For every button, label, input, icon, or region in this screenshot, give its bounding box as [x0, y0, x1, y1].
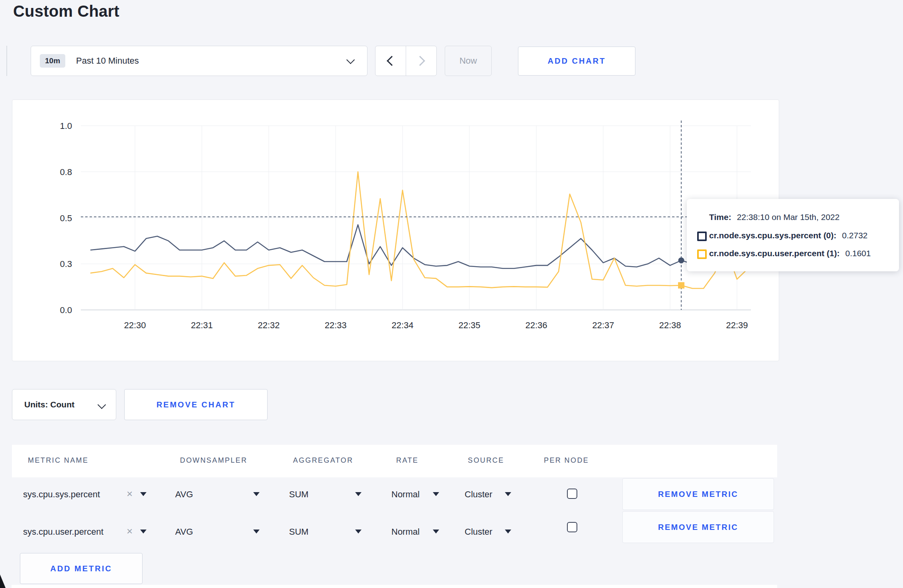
source-select[interactable]: Cluster: [465, 489, 493, 500]
add-chart-label: ADD CHART: [548, 56, 606, 66]
caret-down-icon[interactable]: [505, 530, 511, 533]
remove-metric-button[interactable]: REMOVE METRIC: [622, 511, 774, 543]
now-button-label: Now: [459, 56, 477, 66]
y-tick-label: 0.8: [60, 167, 72, 177]
user-series-swatch-icon: [697, 249, 707, 259]
x-tick-label: 22:30: [124, 320, 146, 330]
tooltip-time-row: Time:22:38:10 on Mar 15th, 2022: [709, 212, 840, 222]
next-time-button[interactable]: [406, 46, 436, 76]
caret-down-icon[interactable]: [140, 530, 147, 533]
header-downsampler: DOWNSAMPLER: [180, 456, 247, 465]
prev-time-button[interactable]: [375, 46, 406, 76]
y-tick-label: 0.3: [60, 259, 72, 269]
chevron-down-icon: [98, 401, 106, 409]
remove-chart-label: REMOVE CHART: [156, 400, 235, 409]
per-node-checkbox[interactable]: [567, 489, 577, 499]
add-chart-button[interactable]: ADD CHART: [518, 47, 635, 76]
aggregator-select[interactable]: SUM: [289, 489, 309, 500]
y-tick-label: 0.5: [60, 213, 72, 223]
remove-metric-button[interactable]: REMOVE METRIC: [622, 478, 774, 510]
user-series-line: [90, 172, 748, 288]
time-range-label: Past 10 Minutes: [76, 56, 139, 66]
time-range-badge: 10m: [40, 54, 65, 68]
next-section-card: [12, 585, 777, 588]
chart-hover-tooltip: Time:22:38:10 on Mar 15th, 2022 cr.node.…: [687, 199, 899, 271]
cpu-usage-chart[interactable]: 0.00.30.50.81.022:3022:3122:3222:3322:34…: [12, 100, 779, 361]
header-source: SOURCE: [468, 456, 504, 465]
tooltip-user-row: cr.node.sys.cpu.user.percent (1):0.1601: [709, 249, 871, 258]
chevron-right-icon: [415, 56, 425, 66]
x-tick-label: 22:36: [525, 320, 547, 330]
now-button[interactable]: Now: [445, 46, 492, 76]
metric-name-select[interactable]: sys.cpu.sys.percent: [23, 489, 100, 500]
sys-series-line: [90, 225, 748, 269]
units-select[interactable]: Units: Count: [12, 389, 116, 420]
header-per-node: PER NODE: [544, 456, 589, 465]
caret-down-icon[interactable]: [253, 492, 260, 496]
rate-select[interactable]: Normal: [391, 489, 420, 500]
time-range-select[interactable]: 10m Past 10 Minutes: [31, 46, 367, 76]
remove-tag-icon[interactable]: ×: [127, 488, 133, 500]
x-tick-label: 22:34: [391, 320, 413, 330]
caret-down-icon[interactable]: [140, 492, 147, 496]
x-tick-label: 22:35: [458, 320, 480, 330]
source-select[interactable]: Cluster: [465, 526, 493, 538]
x-tick-label: 22:37: [592, 320, 614, 330]
tooltip-sys-label: cr.node.sys.cpu.sys.percent (0):: [709, 231, 837, 240]
custom-chart-page: Custom Chart 10m Past 10 Minutes Now ADD…: [0, 0, 903, 588]
per-node-checkbox[interactable]: [567, 522, 577, 532]
chevron-left-icon: [387, 56, 397, 66]
caret-down-icon[interactable]: [355, 530, 362, 533]
caret-down-icon[interactable]: [505, 492, 511, 496]
hover-marker-sys: [678, 257, 684, 263]
rate-select[interactable]: Normal: [391, 526, 420, 538]
tooltip-sys-value: 0.2732: [842, 231, 868, 240]
tooltip-user-value: 0.1601: [845, 249, 871, 258]
add-metric-label: ADD METRIC: [50, 564, 112, 573]
remove-metric-label: REMOVE METRIC: [658, 523, 738, 532]
aggregator-select[interactable]: SUM: [289, 526, 309, 538]
x-tick-label: 22:31: [191, 320, 213, 330]
remove-chart-button[interactable]: REMOVE CHART: [124, 389, 268, 420]
time-nav-group: [375, 46, 437, 76]
remove-tag-icon[interactable]: ×: [127, 525, 133, 537]
sys-series-swatch-icon: [697, 232, 707, 241]
chart-card: 0.00.30.50.81.022:3022:3122:3222:3322:34…: [12, 99, 779, 361]
caret-down-icon[interactable]: [253, 530, 260, 533]
tooltip-sys-row: cr.node.sys.cpu.sys.percent (0):0.2732: [709, 231, 868, 240]
downsampler-select[interactable]: AVG: [175, 526, 193, 538]
tooltip-time-value: 22:38:10 on Mar 15th, 2022: [737, 212, 840, 222]
x-tick-label: 22:38: [659, 320, 681, 330]
header-aggregator: AGGREGATOR: [293, 456, 353, 465]
tooltip-user-label: cr.node.sys.cpu.user.percent (1):: [709, 249, 840, 258]
header-metric-name: METRIC NAME: [28, 456, 88, 465]
y-tick-label: 0.0: [60, 305, 72, 315]
units-select-label: Units: Count: [24, 400, 74, 409]
header-rate: RATE: [396, 456, 418, 465]
page-title: Custom Chart: [13, 2, 119, 20]
toolbar-divider: [6, 46, 7, 76]
x-tick-label: 22:32: [258, 320, 280, 330]
x-tick-label: 22:33: [324, 320, 346, 330]
corner-artifact: [0, 574, 6, 588]
metric-name-select[interactable]: sys.cpu.user.percent: [23, 526, 104, 538]
add-metric-button[interactable]: ADD METRIC: [20, 553, 143, 584]
caret-down-icon[interactable]: [433, 530, 439, 533]
chevron-down-icon: [346, 56, 355, 64]
caret-down-icon[interactable]: [433, 492, 439, 496]
remove-metric-label: REMOVE METRIC: [658, 490, 738, 499]
x-tick-label: 22:39: [726, 320, 748, 330]
caret-down-icon[interactable]: [355, 492, 362, 496]
y-tick-label: 1.0: [60, 121, 72, 131]
tooltip-time-label: Time:: [709, 212, 731, 222]
hover-marker-user: [678, 282, 684, 288]
metrics-table-header: [12, 445, 777, 477]
downsampler-select[interactable]: AVG: [175, 489, 193, 500]
